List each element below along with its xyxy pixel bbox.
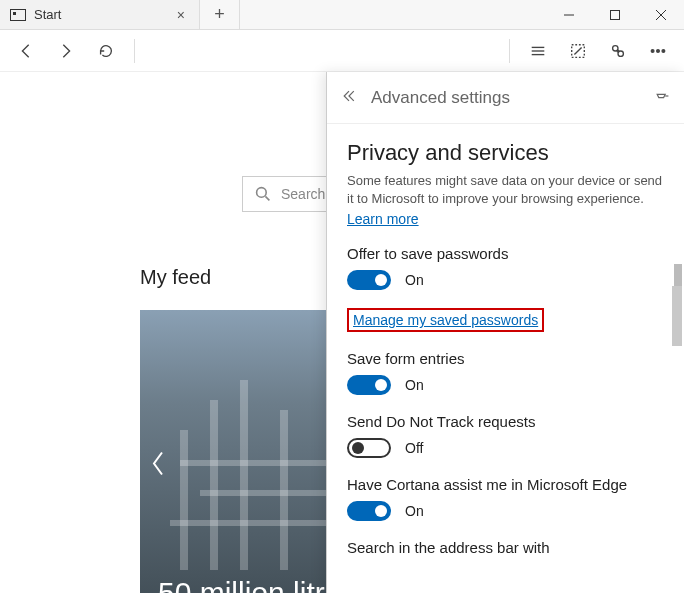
tab-favicon [10,9,26,21]
refresh-button[interactable] [88,33,124,69]
setting-cortana: Have Cortana assist me in Microsoft Edge… [347,476,664,521]
feed-headline: 50 million litre [158,576,341,593]
svg-rect-1 [611,10,620,19]
toggle-state: Off [405,440,423,456]
flyout-back-button[interactable] [341,88,357,107]
toggle-form-entries[interactable] [347,375,391,395]
setting-form-entries: Save form entries On [347,350,664,395]
setting-save-passwords: Offer to save passwords On [347,245,664,290]
manage-passwords-link[interactable]: Manage my saved passwords [353,312,538,328]
svg-line-8 [574,47,581,54]
web-note-button[interactable] [560,33,596,69]
toggle-dnt[interactable] [347,438,391,458]
section-title: Privacy and services [347,140,664,166]
section-desc: Some features might save data on your de… [347,172,664,207]
minimize-button[interactable] [546,0,592,29]
pin-icon[interactable] [654,88,670,107]
setting-label: Save form entries [347,350,664,367]
toggle-state: On [405,503,424,519]
highlight-box: Manage my saved passwords [347,308,544,332]
toggle-cortana[interactable] [347,501,391,521]
setting-dnt: Send Do Not Track requests Off [347,413,664,458]
search-icon [255,186,271,202]
reading-view-button[interactable] [520,33,556,69]
toggle-state: On [405,377,424,393]
setting-label: Have Cortana assist me in Microsoft Edge [347,476,664,493]
tab-title: Start [34,7,165,22]
svg-point-11 [617,50,619,52]
setting-address-bar: Search in the address bar with [347,539,664,556]
flyout-title: Advanced settings [371,88,640,108]
chevron-left-icon[interactable] [148,449,168,482]
close-window-button[interactable] [638,0,684,29]
settings-flyout: Advanced settings Privacy and services S… [326,72,684,593]
feed-title: My feed [140,266,211,289]
toggle-save-passwords[interactable] [347,270,391,290]
setting-label: Search in the address bar with [347,539,664,556]
close-tab-icon[interactable]: × [173,7,189,23]
back-button[interactable] [8,33,44,69]
share-button[interactable] [600,33,636,69]
setting-label: Offer to save passwords [347,245,664,262]
maximize-button[interactable] [592,0,638,29]
more-button[interactable] [640,33,676,69]
svg-line-16 [265,196,269,200]
toggle-state: On [405,272,424,288]
svg-point-15 [257,188,267,198]
tab-start[interactable]: Start × [0,0,200,29]
forward-button[interactable] [48,33,84,69]
svg-point-12 [651,49,654,52]
setting-label: Send Do Not Track requests [347,413,664,430]
learn-more-link[interactable]: Learn more [347,211,419,227]
svg-point-14 [662,49,665,52]
page-scrollbar-thumb[interactable] [672,286,682,346]
new-tab-button[interactable]: + [200,0,240,29]
svg-point-13 [657,49,660,52]
